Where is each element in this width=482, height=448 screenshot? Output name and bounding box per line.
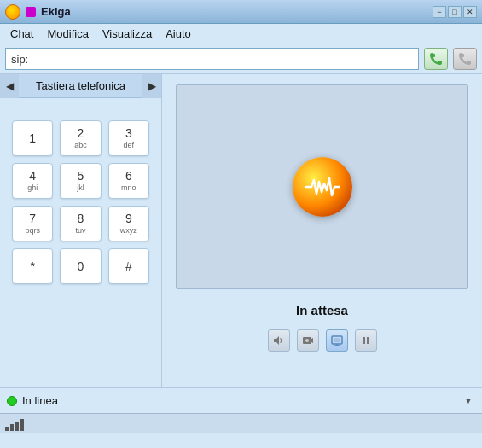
volume-button[interactable] bbox=[268, 329, 290, 352]
title-badge bbox=[26, 7, 36, 17]
camera-icon bbox=[302, 335, 314, 346]
panel-title: Tastiera telefonica bbox=[19, 79, 142, 92]
title-bar: Ekiga − □ ✕ bbox=[0, 0, 482, 24]
key-8[interactable]: 8 tuv bbox=[60, 206, 101, 241]
svg-marker-0 bbox=[274, 336, 279, 345]
volume-icon bbox=[273, 335, 285, 346]
hangup-icon bbox=[458, 52, 472, 66]
svg-marker-2 bbox=[311, 338, 313, 343]
main-content: ◀ Tastiera telefonica ▶ 1 2 abc 3 def bbox=[0, 73, 482, 387]
menu-item-visualizza[interactable]: Visualizza bbox=[96, 26, 159, 42]
close-button[interactable]: ✕ bbox=[463, 6, 477, 18]
maximize-button[interactable]: □ bbox=[448, 6, 462, 18]
ekiga-logo bbox=[293, 157, 352, 217]
menu-bar: Chat Modifica Visualizza Aiuto bbox=[0, 24, 482, 44]
panel-header: ◀ Tastiera telefonica ▶ bbox=[0, 74, 161, 98]
left-panel: ◀ Tastiera telefonica ▶ 1 2 abc 3 def bbox=[0, 74, 162, 387]
status-dropdown-button[interactable]: ▼ bbox=[462, 394, 475, 408]
video-area bbox=[176, 84, 468, 289]
keypad: 1 2 abc 3 def 4 ghi 5 jkl bbox=[0, 107, 161, 298]
svg-rect-9 bbox=[367, 337, 369, 344]
key-0[interactable]: 0 bbox=[60, 248, 101, 284]
address-bar bbox=[0, 44, 482, 73]
hangup-button[interactable] bbox=[453, 48, 477, 70]
svg-rect-8 bbox=[363, 337, 365, 344]
panel-prev-button[interactable]: ◀ bbox=[0, 74, 19, 98]
pause-button[interactable] bbox=[355, 329, 377, 352]
menu-item-aiuto[interactable]: Aiuto bbox=[159, 26, 198, 42]
screen-share-icon bbox=[331, 335, 343, 346]
sip-address-input[interactable] bbox=[5, 48, 419, 70]
minimize-button[interactable]: − bbox=[433, 6, 446, 18]
key-star[interactable]: * bbox=[12, 248, 53, 284]
phone-icon bbox=[429, 52, 443, 66]
status-label: In linea bbox=[22, 394, 58, 407]
key-4[interactable]: 4 ghi bbox=[12, 163, 53, 199]
keypad-panel: ◀ Tastiera telefonica ▶ 1 2 abc 3 def bbox=[0, 74, 162, 298]
screen-share-button[interactable] bbox=[326, 329, 348, 352]
media-controls bbox=[162, 324, 482, 360]
key-3[interactable]: 3 def bbox=[108, 120, 149, 156]
panel-next-button[interactable]: ▶ bbox=[142, 74, 161, 98]
key-6[interactable]: 6 mno bbox=[108, 163, 149, 199]
camera-button[interactable] bbox=[297, 329, 319, 352]
menu-item-modifica[interactable]: Modifica bbox=[40, 26, 95, 42]
window-controls: − □ ✕ bbox=[433, 6, 477, 18]
svg-rect-7 bbox=[334, 338, 340, 342]
signal-strength-icon bbox=[5, 417, 24, 431]
call-status: In attesa bbox=[162, 303, 482, 317]
waveform-icon bbox=[305, 175, 340, 199]
key-1[interactable]: 1 bbox=[12, 120, 53, 156]
key-2[interactable]: 2 abc bbox=[60, 120, 101, 156]
key-9[interactable]: 9 wxyz bbox=[108, 206, 149, 241]
key-7[interactable]: 7 pqrs bbox=[12, 206, 53, 241]
window-title: Ekiga bbox=[41, 5, 71, 18]
key-5[interactable]: 5 jkl bbox=[60, 163, 101, 199]
status-left: In linea bbox=[7, 394, 58, 407]
bottom-bar bbox=[0, 413, 482, 433]
app-icon bbox=[5, 4, 20, 20]
online-indicator bbox=[7, 396, 17, 406]
right-panel: In attesa bbox=[162, 74, 482, 387]
status-bar: In linea ▼ bbox=[0, 387, 482, 413]
call-button[interactable] bbox=[424, 48, 448, 70]
menu-item-chat[interactable]: Chat bbox=[3, 26, 40, 42]
key-hash[interactable]: # bbox=[108, 248, 149, 284]
svg-point-3 bbox=[305, 339, 309, 342]
pause-icon bbox=[360, 335, 372, 346]
